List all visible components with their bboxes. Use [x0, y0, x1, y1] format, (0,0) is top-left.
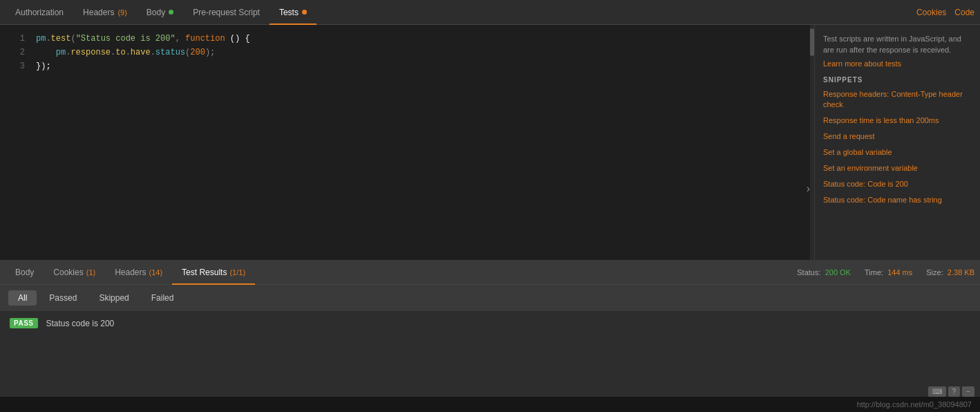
- snippet-4[interactable]: Set a global variable: [823, 147, 972, 158]
- table-row: PASS Status code is 200: [10, 318, 970, 328]
- main-wrapper: 1 pm.test("Status code is 200", function…: [0, 25, 980, 353]
- test-name: Status code is 200: [46, 319, 115, 328]
- sidebar-collapse-arrow[interactable]: ›: [804, 180, 813, 198]
- snippet-3[interactable]: Send a request: [823, 131, 972, 142]
- toolbar-minimize-icon[interactable]: −: [962, 386, 974, 397]
- bottom-tab-test-results-badge: (1/1): [229, 268, 245, 277]
- bottom-tab-headers-label: Headers: [115, 268, 146, 277]
- bottom-tabs-bar: Body Cookies (1) Headers (14) Test Resul…: [0, 260, 980, 285]
- filter-bar: All Passed Skipped Failed: [0, 285, 980, 311]
- time-text-label: Time:: [865, 268, 883, 277]
- tab-headers-badge: (9): [117, 8, 126, 17]
- status-bar: Status: 200 OK Time: 144 ms Size: 2.38 K…: [797, 268, 974, 277]
- sidebar-learn-link[interactable]: Learn more about tests: [823, 59, 901, 68]
- sidebar-description: Test scripts are written in JavaScript, …: [823, 33, 972, 55]
- toolbar-help-icon[interactable]: ?: [948, 386, 961, 397]
- bottom-tab-cookies-badge: (1): [86, 268, 95, 277]
- bottom-tab-cookies-label: Cookies: [53, 268, 83, 277]
- status-text-label: Status:: [797, 268, 820, 277]
- scrollbar-track: [810, 25, 814, 260]
- filter-passed-button[interactable]: Passed: [39, 290, 86, 306]
- bottom-tab-cookies[interactable]: Cookies (1): [44, 260, 105, 285]
- bottom-toolbar: ⌨ ? −: [928, 386, 974, 397]
- snippet-1[interactable]: Response headers: Content-Type header ch…: [823, 89, 972, 110]
- pass-badge: PASS: [10, 318, 38, 328]
- time-label: Time: 144 ms: [865, 268, 912, 277]
- sidebar-panel: Test scripts are written in JavaScript, …: [814, 25, 980, 260]
- size-label: Size: 2.38 KB: [926, 268, 974, 277]
- bottom-tab-headers-badge: (14): [149, 268, 163, 277]
- main-area: 1 pm.test("Status code is 200", function…: [0, 25, 980, 260]
- filter-failed-button[interactable]: Failed: [142, 290, 184, 306]
- cookies-link[interactable]: Cookies: [916, 8, 946, 17]
- tab-body-label: Body: [147, 8, 165, 17]
- filter-all-button[interactable]: All: [8, 290, 37, 306]
- code-content-1: pm.test("Status code is 200", function (…: [36, 32, 250, 46]
- tab-body[interactable]: Body: [137, 0, 183, 25]
- top-right-actions: Cookies Code: [916, 8, 974, 17]
- code-line-1: 1 pm.test("Status code is 200", function…: [0, 32, 814, 46]
- tab-tests[interactable]: Tests: [270, 0, 317, 25]
- tab-headers-label: Headers: [83, 8, 114, 17]
- tests-dot-icon: [302, 10, 307, 15]
- code-line-2: 2 pm.response.to.have.status(200);: [0, 46, 814, 59]
- size-value: 2.38 KB: [948, 268, 974, 277]
- tab-authorization-label: Authorization: [15, 8, 64, 17]
- top-tabs-bar: Authorization Headers (9) Body Pre-reque…: [0, 0, 980, 25]
- code-editor[interactable]: 1 pm.test("Status code is 200", function…: [0, 25, 814, 260]
- snippet-6[interactable]: Status code: Code is 200: [823, 179, 972, 189]
- body-dot-icon: [169, 10, 173, 15]
- tab-authorization[interactable]: Authorization: [6, 0, 73, 25]
- filter-skipped-button[interactable]: Skipped: [89, 290, 138, 306]
- code-content-2: pm.response.to.have.status(200);: [36, 46, 215, 59]
- code-link[interactable]: Code: [954, 8, 974, 17]
- bottom-tab-body[interactable]: Body: [6, 260, 44, 285]
- status-label: Status: 200 OK: [797, 268, 851, 277]
- bottom-tab-test-results-label: Test Results: [182, 268, 227, 277]
- scrollbar-thumb[interactable]: [810, 28, 814, 56]
- toolbar-keyboard-icon[interactable]: ⌨: [928, 386, 946, 397]
- time-value: 144 ms: [887, 268, 912, 277]
- bottom-tab-test-results[interactable]: Test Results (1/1): [172, 260, 255, 285]
- code-content-3: });: [36, 59, 51, 73]
- line-number-2: 2: [6, 46, 25, 59]
- url-text: http://blog.csdn.net/m0_38094807: [857, 400, 972, 409]
- tab-headers[interactable]: Headers (9): [73, 0, 137, 25]
- snippet-7[interactable]: Status code: Code name has string: [823, 195, 972, 205]
- status-value: 200 OK: [825, 268, 851, 277]
- results-area: PASS Status code is 200: [0, 311, 980, 353]
- snippets-title: SNIPPETS: [823, 76, 972, 84]
- line-number-3: 3: [6, 59, 25, 73]
- tab-tests-label: Tests: [279, 8, 299, 17]
- snippet-2[interactable]: Response time is less than 200ms: [823, 115, 972, 126]
- line-number-1: 1: [6, 32, 25, 46]
- tab-pre-request-label: Pre-request Script: [193, 8, 260, 17]
- url-bar: http://blog.csdn.net/m0_38094807: [0, 397, 980, 412]
- code-line-3: 3 });: [0, 59, 814, 73]
- snippet-5[interactable]: Set an environment variable: [823, 163, 972, 174]
- bottom-tab-headers[interactable]: Headers (14): [105, 260, 172, 285]
- bottom-tab-body-label: Body: [15, 268, 34, 277]
- tab-pre-request[interactable]: Pre-request Script: [183, 0, 270, 25]
- size-text-label: Size:: [926, 268, 943, 277]
